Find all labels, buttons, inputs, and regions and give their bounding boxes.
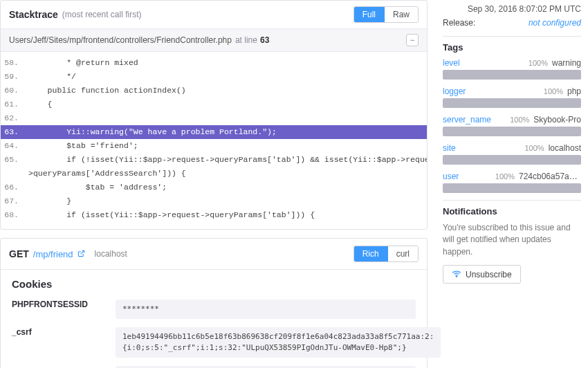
request-view-toggle: Rich curl — [353, 246, 419, 262]
sidebar: Sep 30, 2016 8:07:02 PM UTC Release: not… — [436, 0, 588, 368]
stacktrace-view-toggle: Full Raw — [353, 6, 419, 23]
tag-item[interactable]: logger100%php — [443, 86, 581, 108]
tag-name: level — [443, 58, 460, 68]
http-path: /mp/friend — [33, 249, 73, 259]
svg-line-0 — [80, 250, 84, 254]
tag-item[interactable]: site100%localhost — [443, 143, 581, 165]
code-line: 64. $tab ='friend'; — [1, 139, 427, 153]
line-text: $tab ='friend'; — [28, 139, 138, 153]
code-line: 66. $tab = 'address'; — [1, 181, 427, 194]
cookies-list: PHPFRONTSESSID********_csrf1eb49194496bb… — [1, 295, 427, 368]
tag-percent: 100% — [524, 144, 544, 152]
cookies-heading: Cookies — [1, 270, 427, 295]
release-label: Release: — [443, 18, 475, 28]
curl-button[interactable]: curl — [387, 246, 418, 261]
tag-percent: 100% — [495, 172, 515, 181]
code-block: 58. * @return mixed59. */60. public func… — [1, 52, 427, 229]
tag-bar — [443, 70, 581, 80]
tags-heading: Tags — [443, 36, 581, 53]
line-number: 66. — [1, 181, 28, 194]
cookie-value: 1eb49194496bb11c6b5e18f63b869638cf209f8f… — [116, 327, 441, 358]
notifications-text: You're subscribed to this issue and will… — [443, 222, 581, 258]
tag-name: server_name — [443, 115, 491, 125]
line-number: 58. — [1, 56, 28, 70]
unsubscribe-label: Unsubscribe — [466, 270, 512, 279]
request-panel: GET /mp/friend localhost Rich curl Cooki… — [0, 238, 428, 368]
at-line-number: 63 — [260, 35, 269, 45]
line-number: 68. — [1, 208, 28, 222]
stacktrace-title: Stacktrace — [9, 9, 58, 20]
code-line: >queryParams['AddressSearch'])) { — [1, 167, 427, 181]
tag-bar — [443, 127, 581, 136]
line-number: 59. — [1, 70, 28, 84]
code-line: 59. */ — [1, 70, 427, 84]
tag-item[interactable]: level100%warning — [443, 58, 581, 80]
cookie-key: PHPFRONTSESSID — [12, 300, 116, 319]
svg-point-1 — [456, 276, 457, 277]
tag-item[interactable]: server_name100%Skybook-Pro — [443, 115, 581, 136]
notifications-heading: Notifications — [443, 200, 581, 217]
line-number: 61. — [1, 98, 28, 111]
code-line: 62. — [1, 111, 427, 125]
full-button[interactable]: Full — [354, 7, 384, 22]
code-line: 67. } — [1, 194, 427, 208]
code-line: 63. Yii::warning("We have a problem Port… — [1, 125, 427, 139]
unsubscribe-button[interactable]: Unsubscribe — [443, 265, 521, 284]
raw-button[interactable]: Raw — [384, 7, 418, 22]
tag-value: warning — [552, 58, 581, 68]
line-number: 65. — [1, 153, 28, 167]
tag-value: 724cb06a57a8f... — [519, 172, 581, 181]
tag-item[interactable]: user100%724cb06a57a8f... — [443, 172, 581, 193]
line-text: Yii::warning("We have a problem Portland… — [28, 125, 277, 139]
line-number: 67. — [1, 194, 28, 208]
release-value[interactable]: not configured — [529, 18, 581, 28]
line-text: */ — [28, 70, 76, 84]
line-text: $tab = 'address'; — [28, 181, 167, 194]
stacktrace-subtitle: (most recent call first) — [62, 10, 142, 19]
code-line: 58. * @return mixed — [1, 56, 427, 70]
tag-value: php — [567, 86, 581, 96]
code-line: 61. { — [1, 98, 427, 111]
tag-name: logger — [443, 86, 466, 96]
request-header: GET /mp/friend localhost Rich curl — [1, 239, 427, 270]
file-path: Users/Jeff/Sites/mp/frontend/controllers… — [9, 35, 232, 45]
http-host: localhost — [95, 249, 127, 259]
tag-bar — [443, 183, 581, 193]
stacktrace-panel: Stacktrace (most recent call first) Full… — [0, 0, 428, 230]
file-bar: Users/Jeff/Sites/mp/frontend/controllers… — [1, 29, 427, 52]
line-text: { — [28, 98, 53, 111]
line-number: 60. — [1, 84, 28, 98]
cookie-row: _csrf1eb49194496bb11c6b5e18f63b869638cf2… — [1, 323, 427, 362]
rich-button[interactable]: Rich — [354, 246, 387, 261]
line-text: >queryParams['AddressSearch'])) { — [28, 167, 186, 181]
line-text: } — [28, 194, 71, 208]
line-number: 64. — [1, 139, 28, 153]
external-link-icon[interactable] — [77, 249, 85, 259]
stacktrace-header: Stacktrace (most recent call first) Full… — [1, 1, 427, 29]
line-text: if (!isset(Yii::$app->request->queryPara… — [28, 153, 427, 167]
at-line-label: at line — [235, 35, 257, 45]
tag-name: site — [443, 143, 456, 153]
tag-value: localhost — [549, 143, 581, 153]
tag-value: Skybook-Pro — [533, 115, 581, 125]
tag-bar — [443, 155, 581, 165]
code-line: 68. if (isset(Yii::$app->request->queryP… — [1, 208, 427, 222]
line-number: 62. — [1, 111, 28, 125]
tag-percent: 100% — [529, 59, 548, 67]
code-line: 60. public function actionIndex() — [1, 84, 427, 98]
tag-bar — [443, 98, 581, 108]
cookie-key: _csrf — [12, 327, 116, 358]
wifi-icon — [452, 269, 461, 279]
line-text: * @return mixed — [28, 56, 138, 70]
line-number — [1, 167, 28, 181]
collapse-icon[interactable]: − — [406, 34, 419, 46]
release-row: Release: not configured — [443, 18, 581, 28]
code-line: 65. if (!isset(Yii::$app->request->query… — [1, 153, 427, 167]
tag-percent: 100% — [544, 87, 563, 95]
cookie-value: ******** — [116, 300, 416, 319]
line-number: 63. — [1, 125, 28, 139]
tag-name: user — [443, 172, 459, 181]
tags-list: level100%warninglogger100%phpserver_name… — [443, 58, 581, 193]
cookie-row: _gaGA1.1.24602985.14 — [1, 362, 427, 368]
tag-percent: 100% — [510, 116, 529, 124]
